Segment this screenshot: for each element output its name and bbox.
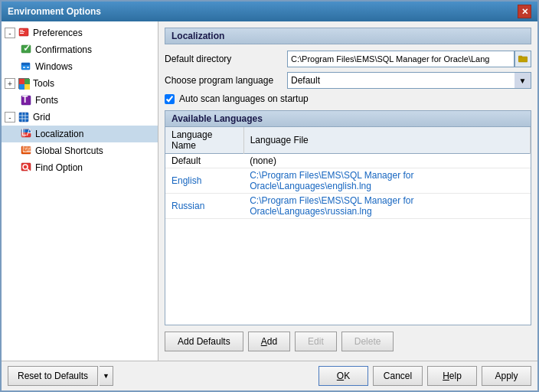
ok-underline: O: [337, 371, 344, 381]
sidebar: - Preferences ✓ Confirmations Windows: [2, 21, 158, 361]
languages-table-section: Available Languages Language Name Langua…: [165, 110, 531, 325]
ok-label-rest: K: [344, 371, 350, 381]
cancel-button[interactable]: Cancel: [373, 366, 423, 386]
svg-rect-2: [20, 31, 24, 32]
auto-scan-checkbox[interactable]: [165, 94, 175, 104]
tools-expander-icon[interactable]: +: [5, 78, 15, 89]
sidebar-item-preferences[interactable]: - Preferences: [2, 24, 158, 41]
cell-lang-file: C:\Program Files\EMS\SQL Manager for Ora…: [243, 168, 530, 194]
sidebar-item-localization[interactable]: LANG Localization: [2, 126, 158, 142]
global-shortcuts-icon: ⌨: [20, 145, 32, 157]
cell-lang-name: English: [165, 168, 243, 194]
col-header-language-name: Language Name: [165, 127, 243, 154]
preferences-icon: [18, 27, 30, 39]
dialog-body: - Preferences ✓ Confirmations Windows: [2, 21, 537, 361]
sidebar-item-find-option[interactable]: Find Option: [2, 159, 158, 176]
sidebar-item-confirmations[interactable]: ✓ Confirmations: [2, 41, 158, 58]
sidebar-item-grid[interactable]: - Grid: [2, 109, 158, 126]
choose-language-label: Choose program language: [165, 75, 287, 86]
table-row[interactable]: RussianC:\Program Files\EMS\SQL Manager …: [165, 194, 531, 219]
sidebar-label-tools: Tools: [33, 78, 54, 89]
svg-text:LANG: LANG: [21, 129, 31, 138]
title-bar: Environment Options ✕: [2, 2, 537, 21]
fonts-icon: T: [20, 94, 32, 106]
default-directory-value: [287, 51, 531, 67]
expander-icon[interactable]: -: [5, 28, 15, 38]
sidebar-label-preferences: Preferences: [33, 28, 83, 38]
col-header-language-file: Language File: [243, 127, 530, 154]
choose-language-value: Default ▼: [287, 72, 531, 89]
table-action-buttons: Add Defaults Add Edit Delete: [165, 332, 531, 351]
dialog-footer: Reset to Defaults ▼ OK Cancel Help Apply: [2, 361, 537, 390]
sidebar-label-grid: Grid: [33, 112, 51, 122]
ok-button[interactable]: OK: [318, 366, 368, 386]
footer-right: OK Cancel Help Apply: [318, 366, 531, 386]
sidebar-item-windows[interactable]: Windows: [2, 58, 158, 75]
grid-expander-icon[interactable]: -: [5, 112, 15, 122]
browse-button[interactable]: [514, 51, 531, 67]
windows-icon: [20, 60, 32, 73]
default-directory-row: Default directory: [165, 51, 531, 67]
dialog-environment-options: Environment Options ✕ - Preferences ✓ Co…: [0, 0, 539, 392]
sidebar-item-global-shortcuts[interactable]: ⌨ Global Shortcuts: [2, 142, 158, 159]
svg-rect-8: [23, 67, 25, 68]
language-select-wrapper: Default ▼: [287, 72, 531, 89]
svg-text:⌨: ⌨: [22, 145, 31, 155]
reset-defaults-button[interactable]: Reset to Defaults: [8, 366, 98, 386]
table-row[interactable]: EnglishC:\Program Files\EMS\SQL Manager …: [165, 168, 531, 194]
table-container: Language Name Language File Default(none…: [165, 127, 531, 325]
find-option-icon: [20, 162, 32, 174]
sidebar-label-windows: Windows: [35, 61, 73, 72]
table-row[interactable]: Default(none): [165, 154, 531, 168]
cell-lang-name: Russian: [165, 194, 243, 219]
sidebar-item-tools[interactable]: + Tools: [2, 75, 158, 92]
svg-text:✓: ✓: [23, 44, 31, 54]
default-directory-label: Default directory: [165, 54, 287, 64]
directory-input[interactable]: [287, 51, 514, 67]
grid-icon: [18, 111, 30, 123]
help-underline: H: [443, 371, 449, 381]
cell-lang-name: Default: [165, 154, 243, 168]
svg-rect-7: [21, 63, 30, 65]
add-button[interactable]: Add: [248, 332, 290, 351]
edit-button[interactable]: Edit: [295, 332, 337, 351]
auto-scan-label[interactable]: Auto scan languages on startup: [179, 93, 309, 104]
sidebar-label-localization: Localization: [35, 129, 83, 139]
sidebar-item-fonts[interactable]: T Fonts: [2, 92, 158, 109]
table-section-title: Available Languages: [165, 110, 531, 127]
reset-dropdown-button[interactable]: ▼: [100, 366, 113, 386]
svg-rect-27: [518, 56, 522, 57]
svg-rect-9: [27, 67, 29, 68]
cell-lang-file: (none): [243, 154, 530, 168]
language-select[interactable]: Default: [287, 72, 531, 89]
sidebar-label-global-shortcuts: Global Shortcuts: [35, 145, 103, 156]
close-button[interactable]: ✕: [518, 5, 531, 18]
sidebar-label-find-option: Find Option: [35, 162, 83, 173]
auto-scan-row: Auto scan languages on startup: [165, 93, 531, 104]
directory-input-group: [287, 51, 531, 67]
title-bar-text: Environment Options: [8, 6, 101, 17]
sidebar-label-confirmations: Confirmations: [35, 44, 92, 55]
choose-language-row: Choose program language Default ▼: [165, 72, 531, 89]
footer-left: Reset to Defaults ▼: [8, 366, 113, 386]
languages-table: Language Name Language File Default(none…: [165, 127, 531, 219]
section-title: Localization: [165, 28, 531, 44]
sidebar-label-fonts: Fonts: [35, 95, 58, 106]
tools-icon: [18, 77, 30, 90]
svg-text:T: T: [22, 95, 28, 105]
svg-rect-12: [19, 113, 28, 122]
apply-button[interactable]: Apply: [482, 366, 531, 386]
cell-lang-file: C:\Program Files\EMS\SQL Manager for Ora…: [243, 194, 530, 219]
help-button[interactable]: Help: [427, 366, 477, 386]
add-defaults-button[interactable]: Add Defaults: [165, 332, 243, 351]
delete-button[interactable]: Delete: [341, 332, 394, 351]
main-content: Localization Default directory Choose pr…: [158, 21, 537, 361]
confirmations-icon: ✓: [20, 44, 32, 56]
svg-rect-3: [20, 33, 24, 34]
svg-rect-1: [20, 30, 23, 31]
help-label-rest: elp: [449, 371, 462, 381]
localization-icon: LANG: [20, 128, 32, 140]
